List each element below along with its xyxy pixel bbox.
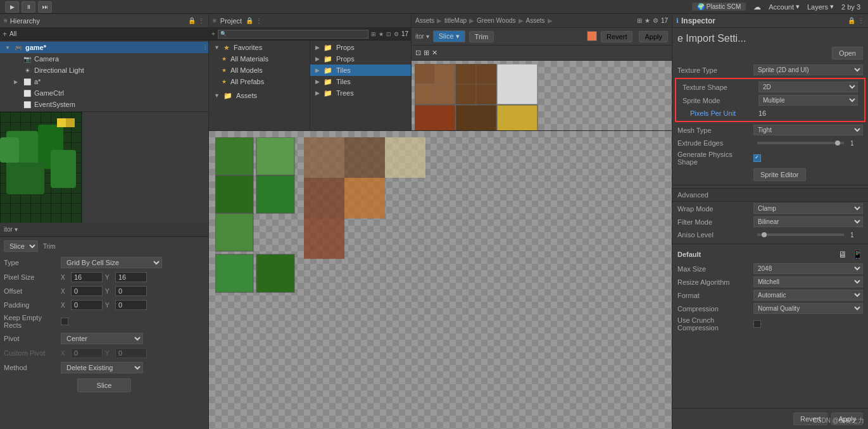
gen-physics-checkbox[interactable] — [753, 154, 761, 162]
slice-button[interactable]: Slice — [77, 378, 132, 392]
inspector-panel: ℹ Inspector 🔒 ⋮ e Import Setti... Open T… — [672, 14, 868, 429]
svg-rect-13 — [215, 175, 253, 213]
phone-icon[interactable]: 📱 — [852, 249, 863, 259]
hierarchy-item-game[interactable]: ▼ 🎮 game* ⋮ — [0, 42, 208, 53]
mesh-type-row: Mesh Type Tight — [672, 123, 868, 137]
project-view-icon-3[interactable]: ⊡ — [386, 31, 391, 37]
project-search-input[interactable] — [227, 31, 366, 37]
type-select[interactable]: Grid By Cell Size — [61, 257, 162, 268]
sprite-mode-select[interactable]: Multiple — [758, 95, 858, 106]
slice-tool-panel: itor ▾ Slice Trim Type Grid By Cell Size — [0, 223, 208, 429]
layout-selector[interactable]: 2 by 3 — [841, 3, 860, 11]
favorites-item[interactable]: ▼ ★ Favorites — [209, 42, 310, 53]
hierarchy-item-gamectrl[interactable]: ⬜ GameCtrl — [0, 87, 208, 99]
advanced-section: Advanced — [672, 188, 868, 202]
account-button[interactable]: Account ▾ — [769, 3, 800, 11]
padding-label: Padding — [4, 301, 61, 309]
project-view-icon-2[interactable]: ★ — [379, 31, 384, 37]
offset-y-input[interactable] — [115, 286, 147, 296]
pivot-label: Pivot — [4, 335, 61, 342]
sprite-editor-button[interactable]: Sprite Editor — [753, 168, 806, 181]
pivot-select[interactable]: Center — [61, 333, 143, 344]
project-lock-icon[interactable]: 🔒 — [246, 17, 253, 24]
compression-select[interactable]: Normal Quality — [753, 303, 863, 314]
mesh-type-select[interactable]: Tight — [753, 125, 863, 135]
view-icon-1[interactable]: ⊞ — [637, 17, 642, 24]
path-assets[interactable]: Assets — [415, 17, 434, 24]
open-button[interactable]: Open — [832, 47, 863, 59]
texture-shape-select[interactable]: 2D — [758, 82, 858, 92]
color-swatch[interactable] — [587, 31, 597, 41]
add-hierarchy-icon[interactable]: + — [3, 30, 7, 39]
hierarchy-item-camera[interactable]: 📷 Camera — [0, 53, 208, 65]
cpiv-x-label: X — [61, 350, 68, 357]
project-add-icon[interactable]: + — [211, 30, 215, 37]
resize-algo-select[interactable]: Mitchell — [753, 277, 863, 287]
keep-empty-checkbox[interactable] — [61, 318, 68, 325]
hierarchy-item-light[interactable]: ☀ Directional Light — [0, 65, 208, 76]
sprite-canvas[interactable] — [412, 61, 672, 130]
maximize-icon[interactable]: ⊡ — [415, 49, 421, 57]
play-button[interactable]: ▶ — [5, 1, 19, 13]
filter-mode-select[interactable]: Bilinear — [753, 216, 863, 227]
method-select[interactable]: Delete Existing — [61, 362, 143, 373]
monitor-icon[interactable]: 🖥 — [838, 249, 847, 259]
pause-button[interactable]: ⏸ — [22, 1, 35, 13]
tiles-item-1[interactable]: ▶ 📁 Tiles — [310, 65, 411, 76]
pixel-y-input[interactable] — [115, 272, 147, 282]
hierarchy-lock-icon[interactable]: 🔒 — [188, 17, 196, 24]
hier-more-icon[interactable]: ⋮ — [203, 44, 208, 51]
project-view-icon-1[interactable]: ⊞ — [371, 31, 376, 37]
pad-x-input[interactable] — [71, 300, 103, 310]
all-materials-item[interactable]: ★ All Materials — [209, 53, 310, 65]
texture-type-select[interactable]: Sprite (2D and UI) — [753, 65, 863, 75]
path-titlemap[interactable]: titleMap — [444, 17, 467, 24]
step-button[interactable]: ⏭ — [38, 1, 52, 13]
plastic-scm-btn[interactable]: 🌍 Plastic SCM — [692, 3, 746, 11]
all-prefabs-item[interactable]: ★ All Prefabs — [209, 76, 310, 87]
svg-rect-18 — [256, 254, 294, 292]
use-crunch-checkbox[interactable] — [753, 320, 761, 328]
view-icon-3[interactable]: ⚙ — [653, 17, 658, 24]
pad-y-input[interactable] — [115, 300, 147, 310]
fav-arrow-icon: ▼ — [214, 44, 220, 51]
wrap-mode-select[interactable]: Clamp — [753, 203, 863, 214]
assets-root-item[interactable]: ▼ 📁 Assets — [209, 90, 310, 101]
inspector-lock-icon[interactable]: 🔒 — [848, 17, 855, 24]
project-more-icon[interactable]: ⋮ — [256, 17, 262, 24]
hierarchy-more-icon[interactable]: ⋮ — [198, 17, 204, 24]
slice-dropdown[interactable]: Slice — [4, 240, 38, 252]
offset-x-input[interactable] — [71, 286, 103, 296]
main-layout: ≡ Hierarchy 🔒 ⋮ + ▼ 🎮 game* ⋮ — [0, 14, 868, 429]
props-item-2[interactable]: ▶ 📁 Props — [310, 53, 411, 65]
path-assets-end[interactable]: Assets — [526, 17, 545, 24]
path-greenwoods[interactable]: Green Woods — [477, 17, 516, 24]
project-settings-icon[interactable]: ⚙ — [394, 31, 399, 37]
max-size-select[interactable]: 2048 — [753, 263, 863, 274]
inspector-more-icon[interactable]: ⋮ — [858, 17, 864, 24]
extrude-slider[interactable] — [757, 142, 844, 144]
hierarchy-item-eventsystem[interactable]: ⬜ EventSystem — [0, 99, 208, 110]
apply-sprite-btn[interactable]: Apply — [639, 31, 668, 42]
hierarchy-item-a[interactable]: ▶ ⬜ a* — [0, 76, 208, 87]
trim-tab[interactable]: Trim — [469, 31, 494, 42]
tile-grid-svg — [304, 137, 672, 314]
format-select[interactable]: Automatic — [753, 290, 863, 301]
props-item-1[interactable]: ▶ 📁 Props — [310, 42, 411, 53]
trim-label[interactable]: Trim — [43, 243, 56, 250]
aniso-slider[interactable] — [757, 233, 844, 236]
hierarchy-search-input[interactable] — [9, 30, 206, 37]
slice-tab[interactable]: Slice ▾ — [433, 30, 465, 42]
fullscreen-icon[interactable]: ⊞ — [424, 49, 429, 57]
tiles-item-2[interactable]: ▶ 📁 Tiles — [310, 76, 411, 87]
layers-button[interactable]: Layers ▾ — [807, 3, 834, 11]
pixel-x-input[interactable] — [71, 272, 103, 282]
cpiv-y-input[interactable] — [115, 348, 147, 358]
revert-sprite-btn[interactable]: Revert — [601, 31, 632, 42]
cpiv-x-input[interactable] — [71, 348, 103, 358]
close-panel-icon[interactable]: ✕ — [432, 49, 437, 57]
view-icon-2[interactable]: ★ — [645, 17, 650, 24]
all-models-item[interactable]: ★ All Models — [209, 65, 310, 76]
compression-row: Compression Normal Quality — [672, 302, 868, 315]
trees-item[interactable]: ▶ 📁 Trees — [310, 87, 411, 99]
